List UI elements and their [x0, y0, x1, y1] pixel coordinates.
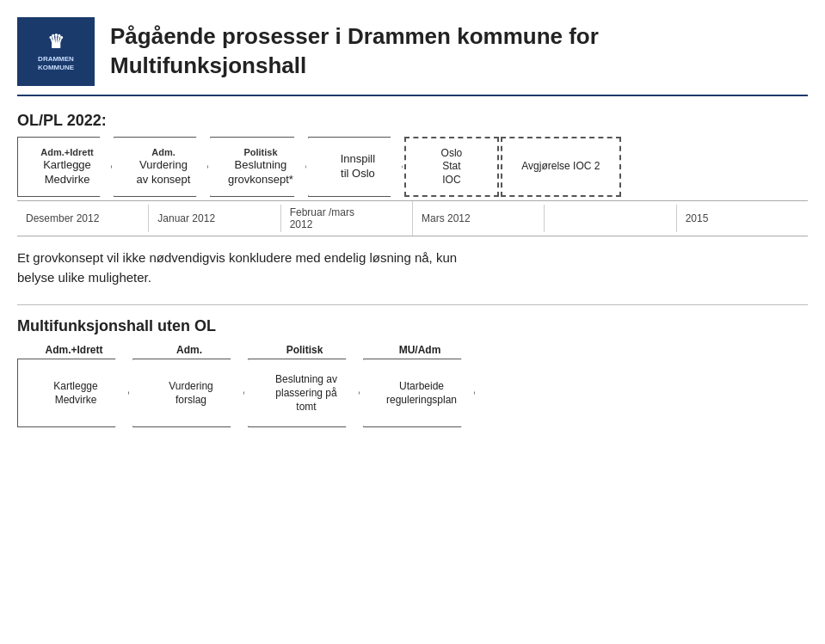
- header-title: Pågående prosesser i Drammen kommune for…: [110, 22, 599, 81]
- step-mainlabel-s3: Beslutninggrovkonsept*: [228, 158, 293, 187]
- logo-label2: KOMMUNE: [38, 64, 74, 72]
- b-sublabel-b1: Adm.+Idrett: [45, 344, 102, 356]
- b-arrow-step-b1: KartleggeMedvirke: [17, 359, 129, 427]
- b-arrow-step-b2: Vurderingforslag: [132, 359, 244, 427]
- step-mainlabel-s5: OsloStatIOC: [441, 147, 463, 187]
- arrow-step-s2: Adm.Vurderingav konsept: [114, 137, 208, 197]
- process-row-2: Adm.+IdrettKartleggeMedvirkeAdm.Vurderin…: [17, 344, 808, 427]
- step-sublabel-s2: Adm.: [151, 146, 175, 158]
- step-sublabel-s3: Politisk: [243, 146, 277, 158]
- b-arrow-step-b3: Beslutning avplassering påtomt: [248, 359, 360, 427]
- arrow-step-s5: OsloStatIOC: [404, 137, 499, 197]
- arrow-step-s4: Innspilltil Oslo: [308, 137, 403, 197]
- step-mainlabel-s6: Avgjørelse IOC 2: [521, 160, 600, 174]
- b-sublabel-b3: Politisk: [286, 344, 323, 356]
- page-header: ♛ DRAMMEN KOMMUNE Pågående prosesser i D…: [17, 17, 808, 96]
- arrow-step-s6: Avgjørelse IOC 2: [501, 137, 621, 197]
- section-divider: [17, 304, 808, 305]
- timeline-cell-1: Januar 2012: [149, 205, 280, 232]
- section2-label: Multifunksjonshall uten OL: [17, 317, 808, 335]
- title-line2: Multifunksjonshall: [110, 52, 306, 78]
- process-row-1: Adm.+IdrettKartleggeMedvirkeAdm.Vurderin…: [17, 137, 808, 197]
- b-mainlabel-b1: KartleggeMedvirke: [53, 379, 97, 407]
- b-arrow-step-b4: Utarbeidereguleringsplan: [363, 359, 475, 427]
- b-mainlabel-b3: Beslutning avplassering påtomt: [275, 372, 337, 414]
- logo: ♛ DRAMMEN KOMMUNE: [17, 17, 95, 86]
- b-sublabel-b4: MU/Adm: [399, 344, 441, 356]
- timeline-cell-2: Februar /mars2012: [281, 201, 413, 236]
- timeline-cell-0: Desember 2012: [17, 205, 149, 232]
- timeline-cell-3: Mars 2012: [413, 205, 545, 232]
- timeline-cell-5: 2015: [677, 205, 808, 232]
- title-line1: Pågående prosesser i Drammen kommune for: [110, 23, 599, 49]
- note-text: Et grovkonsept vil ikke nødvendigvis kon…: [17, 248, 808, 287]
- logo-crown-icon: ♛: [47, 31, 65, 53]
- arrow-step-s3: PolitiskBeslutninggrovkonsept*: [210, 137, 306, 197]
- step-mainlabel-s1: KartleggeMedvirke: [43, 158, 91, 187]
- arrow-step-s1: Adm.+IdrettKartleggeMedvirke: [17, 137, 112, 197]
- step-mainlabel-s2: Vurderingav konsept: [137, 158, 191, 187]
- b-mainlabel-b4: Utarbeidereguleringsplan: [386, 379, 457, 407]
- section1-label: OL/PL 2022:: [17, 112, 808, 130]
- step-sublabel-s1: Adm.+Idrett: [40, 146, 93, 158]
- b-sublabel-b2: Adm.: [176, 344, 202, 356]
- logo-label1: DRAMMEN: [38, 55, 74, 64]
- b-mainlabel-b2: Vurderingforslag: [169, 379, 213, 407]
- timeline-row: Desember 2012Januar 2012Februar /mars201…: [17, 200, 808, 236]
- step-mainlabel-s4: Innspilltil Oslo: [341, 152, 375, 181]
- timeline-cell-4: [545, 205, 676, 232]
